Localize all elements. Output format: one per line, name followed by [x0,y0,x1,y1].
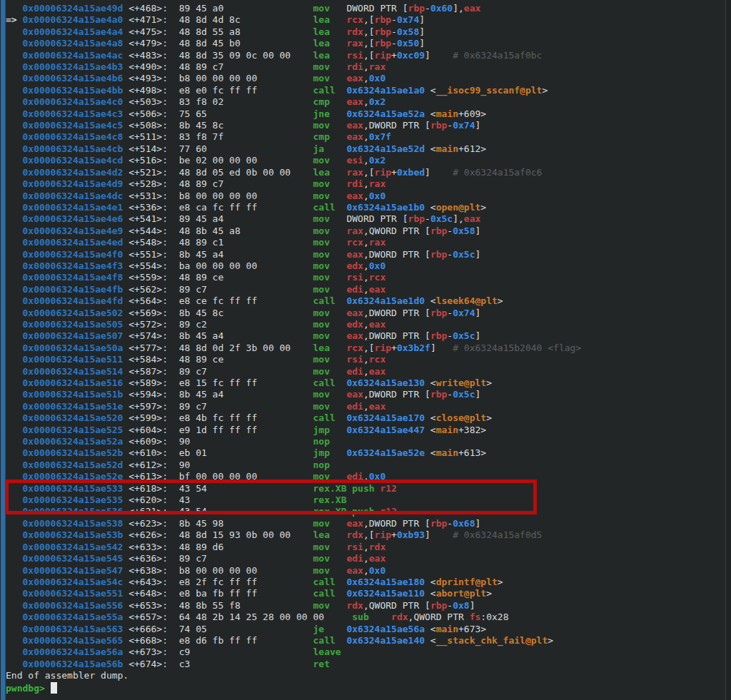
opcode-bytes: 8b 45 a4 [179,389,313,400]
instruction-offset: <+673>: [123,646,168,657]
opcode-bytes: e8 15 fc ff ff [179,377,313,388]
disasm-row: 0x00006324a15ae4e1 <+536>: e8 ca fc ff f… [6,202,724,213]
mnemonic: sub [352,612,391,622]
symbol-name: main [436,624,458,634]
operand-text: ] [475,389,481,400]
register-operand: rax [369,61,385,72]
operand-text: - [447,120,453,131]
register-operand: eax [346,120,363,131]
disasm-row: 0x00006324a15ae4d9 <+528>: 48 89 c7 mov … [6,178,724,190]
instruction-offset [168,659,179,669]
opcode-bytes: 89 c7 [179,553,313,564]
terminal-cursor[interactable] [51,682,57,694]
immediate-value: 0x74 [453,120,475,131]
instruction-offset: <+536>: [123,202,168,213]
register-operand: rdx [346,529,363,540]
opcode-bytes: 89 c2 [179,319,313,330]
immediate-value: 0x6324a15ae110 [346,588,425,599]
instruction-address: 0x00006324a15ae4cd [22,155,123,166]
instruction-address: 0x00006324a15ae4d9 [22,178,123,189]
register-operand: rbp [375,38,391,49]
pc-marker [6,61,22,72]
immediate-value: 0x74 [453,308,475,318]
instruction-offset: <+479>: [123,38,168,49]
opcode-bytes: 89 45 a4 [179,213,313,224]
opcode-bytes: 8b 45 a4 [179,249,313,260]
immediate-value: 0x7f [369,131,391,142]
instruction-address: 0x00006324a15ae4fb [22,284,123,295]
mnemonic: mov [313,120,347,131]
prompt-line[interactable]: pwndbg> [6,682,724,694]
immediate-value: 0xb93 [397,529,425,540]
symbol-name: __stack_chk_fail@plt [436,635,548,646]
register-operand: edi [346,366,363,377]
disasm-row: 0x00006324a15ae51b <+594>: 8b 45 a4 mov … [6,389,724,400]
disasm-row: 0x00006324a15ae52b <+610>: eb 01 jmp 0x6… [6,447,724,459]
disasm-row: 0x00006324a15ae520 <+599>: e8 4b fc ff f… [6,412,724,424]
disasm-row: 0x00006324a15ae538 <+623>: 8b 45 98 mov … [6,518,724,529]
register-operand: rbp [408,3,425,14]
instruction-offset [168,225,179,236]
instruction-offset [168,389,179,400]
disasm-row: 0x00006324a15ae565 <+668>: e8 d6 fb ff f… [6,635,724,646]
mnemonic: lea [313,167,347,178]
operand-text: - [391,38,397,49]
operand-text: ,DWORD PTR [ [363,389,430,400]
instruction-offset [168,577,179,587]
operand-text: ] [425,529,430,540]
mnemonic: call [313,588,347,599]
opcode-bytes: b8 00 00 00 00 [179,191,313,201]
mnemonic: mov [313,191,347,201]
pc-marker [6,38,22,49]
immediate-value: 0x50 [397,38,419,49]
left-scrollbar[interactable] [1,0,6,700]
instruction-offset: <+609>: [123,436,168,447]
instruction-offset [168,108,179,119]
operand-text: DWORD PTR [ [346,213,408,224]
instruction-offset: <+572>: [123,319,168,330]
register-operand: edi [346,401,363,412]
operand-text: ] [425,167,430,178]
operand-text: < [425,588,436,599]
register-operand: edi [346,553,363,564]
operand-text: +673> [458,624,486,634]
instruction-offset [436,343,453,353]
immediate-value: 0x6324a15ae130 [346,377,425,388]
instruction-offset: <+564>: [123,295,168,306]
operand-text: - [447,225,453,236]
immediate-value: 0x6324a15ae170 [346,412,425,423]
symbol-name: lseek64@plt [436,295,498,306]
opcode-bytes: 48 8d 0d 2f 3b 00 00 [179,343,313,353]
pc-marker [6,471,22,482]
disasm-row: 0x00006324a15ae4e6 <+541>: 89 45 a4 mov … [6,213,724,225]
terminal-screen: 0x00006324a15ae49d <+468>: 89 45 a0 mov … [0,0,731,700]
pc-marker [6,494,22,505]
operand-text: ] [419,14,425,25]
instruction-offset [168,460,179,470]
immediate-value: 0x5c [453,330,475,341]
right-scrollbar[interactable] [725,0,731,700]
disasm-rows: 0x00006324a15ae49d <+468>: 89 45 a0 mov … [6,3,724,670]
disasm-row: 0x00006324a15ae535 <+620>: 43 rex.XB [6,494,724,506]
mnemonic: call [313,412,347,423]
instruction-address: 0x00006324a15ae4bb [22,85,123,96]
opcode-bytes: 48 89 ce [179,272,313,283]
instruction-offset: <+498>: [123,85,168,96]
mnemonic: mov [313,319,347,330]
mnemonic: call [313,202,347,213]
instruction-offset [168,237,179,248]
opcode-bytes: 8b 45 98 [179,518,313,529]
disasm-row: 0x00006324a15ae4fd <+564>: e8 ce fc ff f… [6,295,724,307]
instruction-offset [168,308,179,318]
register-operand: eax [346,249,363,260]
instruction-address: 0x00006324a15ae545 [22,553,123,564]
operand-text: ,[ [363,38,375,49]
operand-text: - [391,26,397,37]
pc-marker [6,131,22,142]
instruction-offset: <+618>: [123,483,168,494]
opcode-bytes: 83 f8 02 [179,96,313,107]
instruction-offset: <+490>: [123,61,168,72]
mnemonic: mov [313,178,347,189]
operand-text: > [486,412,492,423]
pc-marker [6,542,22,552]
